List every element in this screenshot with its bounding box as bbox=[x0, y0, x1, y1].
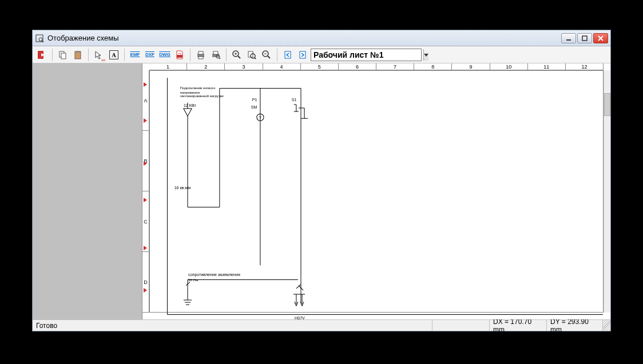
export-dwg-button[interactable]: DWG bbox=[158, 48, 172, 62]
minimize-button[interactable] bbox=[561, 33, 576, 43]
ruler-col: 2 bbox=[187, 63, 225, 70]
svg-rect-4 bbox=[582, 36, 587, 41]
svg-line-27 bbox=[255, 58, 256, 59]
ruler-col: 5 bbox=[301, 63, 339, 70]
ruler-col: 7 bbox=[376, 63, 414, 70]
status-ready: Готово bbox=[33, 320, 432, 331]
side-panel bbox=[33, 63, 142, 319]
app-icon bbox=[35, 34, 44, 43]
zoom-fit-button[interactable] bbox=[245, 48, 259, 62]
copy-button[interactable] bbox=[56, 48, 70, 62]
ruler-col: 3 bbox=[225, 63, 263, 70]
status-empty bbox=[432, 320, 489, 331]
ruler-col: 1 bbox=[149, 63, 187, 70]
horizontal-ruler: 1 2 3 4 5 6 7 8 9 10 11 12 bbox=[149, 63, 604, 70]
exit-button[interactable] bbox=[35, 48, 49, 62]
statusbar: Готово DX = 170.70 mm DY = 293.90 mm bbox=[33, 319, 610, 331]
scroll-thumb[interactable] bbox=[604, 93, 610, 116]
ruler-col: 6 bbox=[339, 63, 376, 70]
label-bottom: H07V bbox=[295, 316, 305, 319]
ruler-row: C bbox=[142, 191, 149, 252]
zoom-in-button[interactable] bbox=[230, 48, 244, 62]
svg-rect-9 bbox=[61, 53, 66, 59]
svg-rect-15 bbox=[199, 51, 203, 54]
sheet-selector-input[interactable] bbox=[311, 50, 423, 59]
pointer-tool-button[interactable]: att bbox=[92, 48, 106, 62]
svg-line-22 bbox=[238, 56, 240, 58]
titlebar: Отображение схемы bbox=[33, 30, 610, 46]
zoom-out-button[interactable] bbox=[260, 48, 273, 62]
maximize-button[interactable] bbox=[577, 33, 592, 43]
ruler-row: A bbox=[142, 70, 149, 131]
ruler-row: B bbox=[142, 131, 149, 191]
svg-line-29 bbox=[268, 56, 270, 58]
dropdown-icon[interactable] bbox=[423, 49, 428, 61]
svg-text:A: A bbox=[112, 51, 116, 58]
svg-line-54 bbox=[296, 285, 301, 289]
ruler-row: D bbox=[142, 252, 149, 313]
label-s1: S1 bbox=[292, 98, 297, 102]
label-p1: P1 bbox=[252, 98, 257, 102]
svg-rect-13 bbox=[177, 55, 182, 58]
resize-grip[interactable] bbox=[602, 320, 610, 331]
label-cable: 16 кв.мм bbox=[174, 186, 191, 190]
label-power: 12 КВт bbox=[184, 103, 196, 108]
paste-button[interactable] bbox=[71, 48, 85, 62]
export-emf-button[interactable]: EMF bbox=[128, 48, 142, 62]
ruler-col: 8 bbox=[414, 63, 452, 70]
ruler-col: 12 bbox=[566, 63, 604, 70]
ruler-col: 9 bbox=[452, 63, 490, 70]
schematic-drawing: Подключение низкого напряжения запланиро… bbox=[150, 71, 603, 319]
vertical-scrollbar[interactable] bbox=[604, 70, 610, 313]
svg-rect-32 bbox=[300, 51, 305, 58]
svg-rect-16 bbox=[199, 57, 203, 59]
ruler-col: 10 bbox=[490, 63, 528, 70]
next-page-button[interactable] bbox=[296, 48, 309, 62]
svg-line-2 bbox=[42, 41, 43, 42]
print-preview-button[interactable] bbox=[209, 48, 223, 62]
prev-page-button[interactable] bbox=[281, 48, 295, 62]
canvas[interactable]: Подключение низкого напряжения запланиро… bbox=[149, 70, 604, 313]
vertical-ruler: A B C D bbox=[142, 70, 149, 313]
drawing-area[interactable]: 1 2 3 4 5 6 7 8 9 10 11 12 A B C D bbox=[142, 63, 610, 319]
export-pdf-button[interactable] bbox=[173, 48, 186, 62]
app-window: Отображение схемы att A EMF DXF DWG bbox=[32, 30, 611, 331]
svg-rect-31 bbox=[285, 51, 291, 58]
status-dy: DY = 293.90 mm bbox=[546, 320, 602, 331]
voltmeter-icon: V bbox=[259, 115, 261, 119]
workspace: 1 2 3 4 5 6 7 8 9 10 11 12 A B C D bbox=[33, 63, 610, 319]
label-ground: сопротивление заземления bbox=[188, 273, 240, 277]
ruler-col: 4 bbox=[263, 63, 301, 70]
svg-rect-18 bbox=[213, 51, 218, 54]
status-dx: DX = 170.70 mm bbox=[489, 320, 546, 331]
sheet-selector[interactable] bbox=[311, 49, 422, 61]
toolbar: att A EMF DXF DWG bbox=[33, 46, 610, 63]
svg-line-20 bbox=[219, 58, 220, 59]
label-sm: SM bbox=[251, 105, 257, 110]
svg-rect-11 bbox=[76, 51, 80, 53]
print-button[interactable] bbox=[194, 48, 208, 62]
text-tool-button[interactable]: A bbox=[107, 48, 121, 62]
ruler-col: 11 bbox=[528, 63, 566, 70]
close-button[interactable] bbox=[593, 33, 608, 43]
export-dxf-button[interactable]: DXF bbox=[143, 48, 157, 62]
window-title: Отображение схемы bbox=[47, 34, 561, 42]
